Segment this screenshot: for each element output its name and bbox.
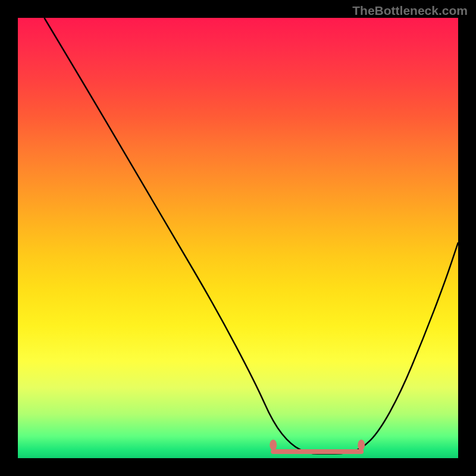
watermark-text: TheBottleneck.com — [352, 4, 468, 18]
range-marker — [358, 440, 365, 450]
chart-svg-layer — [18, 18, 458, 458]
range-marker — [270, 440, 277, 450]
bottleneck-curve — [44, 18, 458, 454]
marker-group — [270, 440, 365, 450]
chart-plot-area — [18, 18, 458, 458]
